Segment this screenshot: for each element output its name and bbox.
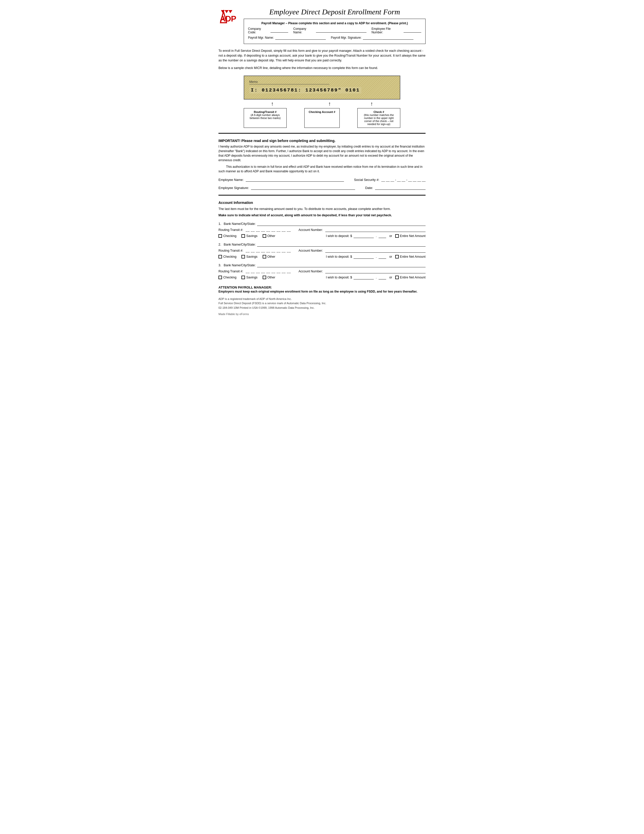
savings-label-2: Savings [246,255,257,259]
footer-line3: 02-184-049 10M Printed in USA ©1999, 199… [218,306,426,310]
bank-name-field-1[interactable] [257,222,426,226]
employee-sig-row: Employee Signature: Date: [218,185,426,190]
account-num-field-2[interactable] [325,249,426,253]
payroll-instruction: Payroll Manager – Please complete this s… [248,21,421,25]
entire-net-1[interactable]: Entire Net Amount [395,234,426,238]
attention-text: Employers must keep each original employ… [218,289,426,294]
account-num-label-3: Account Number: [299,270,323,273]
entire-net-2[interactable]: Entire Net Amount [395,255,426,259]
company-name-label: Company Name: [293,27,315,34]
title-area: Employee Direct Deposit Enrollment Form … [244,8,426,44]
other-label-3: Other [268,276,275,279]
date-label: Date: [365,186,373,190]
deposit-cents-1[interactable] [379,234,386,238]
bank-name-field-3[interactable] [257,263,426,267]
savings-checkbox-3[interactable]: Savings [241,276,257,279]
account-info-section: Account Information The last item must b… [218,200,426,280]
made-fillable: Made Fillable by eForms [218,312,426,315]
payroll-sig-field[interactable] [363,36,413,40]
deposit-field-2[interactable] [353,255,374,259]
entire-net-checkbox-sq-2[interactable] [395,255,399,259]
or-label-2: or [389,255,392,259]
checking-checkbox-sq-3[interactable] [218,276,222,279]
account-entry-1: 1. Bank Name/City/State: Routing Transit… [218,222,426,238]
account-3-number: 3. [218,263,221,267]
entire-net-label-3: Entire Net Amount [400,276,426,279]
savings-label-1: Savings [246,234,257,238]
deposit-cents-2[interactable] [379,255,386,259]
other-checkbox-3[interactable]: Other [263,276,275,279]
other-checkbox-sq-3[interactable] [263,276,266,279]
entire-net-checkbox-sq-3[interactable] [395,276,399,279]
date-field[interactable] [375,185,426,190]
payroll-mgr-label: Payroll Mgr. Name: [248,36,274,39]
check-num-label-box: Check # (this number matches the number … [357,108,400,128]
company-name-field[interactable] [316,29,366,32]
employee-sig-field[interactable] [251,185,355,190]
entire-net-3[interactable]: Entire Net Amount [395,276,426,279]
account-num-label-1: Account Number: [299,228,323,232]
savings-checkbox-sq-1[interactable] [241,234,245,238]
routing-label-2: Routing Transit #: [218,249,243,252]
other-checkbox-1[interactable]: Other [263,234,275,238]
checking-checkbox-sq-2[interactable] [218,255,222,259]
routing-blanks-1: __ __ __ __ __ __ __ __ __ [246,228,291,232]
entire-net-label-2: Entire Net Amount [400,255,426,259]
savings-label-3: Savings [246,276,257,279]
employee-sig-label: Employee Signature: [218,186,249,190]
ssn-format: __ __ __ - __ __ - __ __ __ __ [381,178,426,182]
bank-name-label-2: Bank Name/City/State: [224,243,256,246]
entire-net-label-1: Entire Net Amount [400,234,426,238]
company-code-label: Company Code: [248,27,269,34]
other-checkbox-sq-2[interactable] [263,255,266,259]
checking-label-2: Checking [223,255,236,259]
savings-checkbox-sq-3[interactable] [241,276,245,279]
checking-checkbox-sq-1[interactable] [218,234,222,238]
check-num-arrow: ↑ [370,100,373,107]
deposit-field-3[interactable] [353,275,374,280]
bank-name-field-2[interactable] [257,242,426,247]
svg-text:ADP: ADP [220,14,236,23]
company-code-field[interactable] [271,29,288,32]
account-desc1: The last item must be for the remaining … [218,207,426,212]
other-checkbox-2[interactable]: Other [263,255,275,259]
payroll-mgr-field[interactable] [275,36,326,40]
account-num-label-2: Account Number: [299,249,323,252]
savings-checkbox-sq-2[interactable] [241,255,245,259]
other-checkbox-sq-1[interactable] [263,234,266,238]
deposit-label-1: I wish to deposit: $ [326,234,352,238]
auth-text-2: This authorization is to remain in full … [218,165,426,174]
payroll-box: Payroll Manager – Please complete this s… [244,19,426,44]
routing-label-3: Routing Transit #: [218,270,243,273]
account-num-field-3[interactable] [325,269,426,273]
employee-name-field[interactable] [246,177,344,182]
check-diagram: Memo I: 0123456781: 123456789" 0101 ↑ ↑ … [244,76,400,128]
savings-checkbox-2[interactable]: Savings [241,255,257,259]
other-label-1: Other [268,234,275,238]
page-title: Employee Direct Deposit Enrollment Form [244,8,426,16]
employee-file-label: Employee File Number: [371,27,402,34]
ssn-label: Social Security #: [354,178,379,182]
footer: ADP is a registered trademark of ADP of … [218,297,426,310]
account-divider [218,195,426,196]
checking-checkbox-1[interactable]: Checking [218,234,236,238]
or-label-3: or [389,276,392,279]
checking-checkbox-2[interactable]: Checking [218,255,236,259]
account-num-field-1[interactable] [325,228,426,232]
auth-text-1: I hereby authorize ADP to deposit any am… [218,144,426,162]
employee-file-field[interactable] [404,29,421,32]
payroll-sig-label: Payroll Mgr. Signature: [331,36,362,39]
savings-checkbox-1[interactable]: Savings [241,234,257,238]
checking-checkbox-3[interactable]: Checking [218,276,236,279]
routing-label-1: Routing Transit #: [218,228,243,232]
bank-name-label-3: Bank Name/City/State: [224,263,256,267]
entire-net-checkbox-sq-1[interactable] [395,234,399,238]
main-divider [218,133,426,134]
deposit-cents-3[interactable] [379,275,386,280]
checking-label-1: Checking [223,234,236,238]
checking-account-label-box: Checking Account # [304,108,340,128]
memo-label: Memo [249,80,329,84]
deposit-field-1[interactable] [353,234,374,238]
other-label-2: Other [268,255,275,259]
account-entry-2: 2. Bank Name/City/State: Routing Transit… [218,242,426,259]
